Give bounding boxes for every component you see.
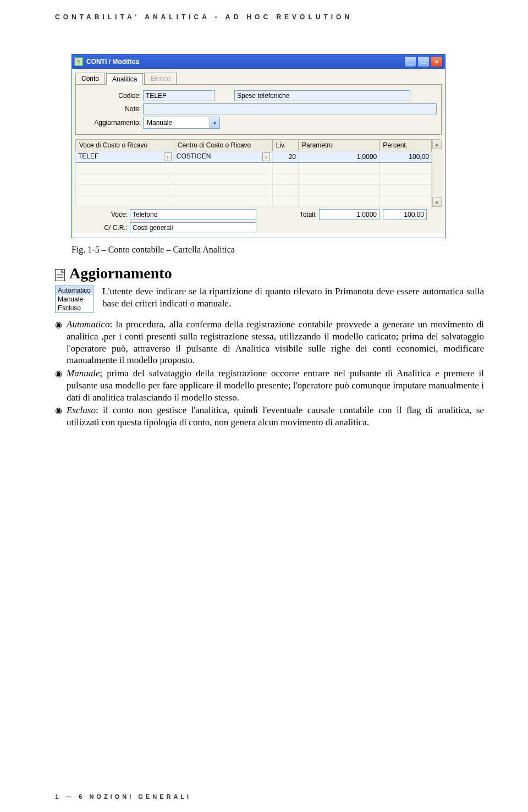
lookup-icon[interactable]: ›	[262, 152, 270, 161]
list-item[interactable]: Escluso	[56, 304, 93, 312]
col-liv[interactable]: Liv.	[272, 140, 298, 151]
bullet-icon: ◉	[55, 369, 62, 404]
col-voce[interactable]: Voce di Costo o Ricavo	[76, 140, 174, 151]
bullet-icon: ◉	[55, 320, 62, 367]
grid-row[interactable]	[76, 174, 432, 185]
grid-row[interactable]	[76, 185, 432, 196]
field-codice-desc[interactable]: Spese telefoniche	[234, 90, 410, 101]
cell-param: 1,0000	[299, 151, 380, 163]
titlebar: ≡ CONTI / Modifica _ □ ×	[72, 54, 445, 69]
scroll-up-icon[interactable]: ▴	[432, 139, 442, 149]
document-icon	[55, 269, 65, 281]
col-centro[interactable]: Centro di Costo o Ricavo	[174, 140, 272, 151]
field-tot-param: 1,0000	[319, 209, 380, 220]
combo-aggiornamento-value: Manuale	[144, 119, 210, 127]
cell-liv: 20	[272, 151, 298, 163]
col-param[interactable]: Parametro	[299, 140, 380, 151]
label-aggiornamento: Aggiornamento:	[80, 119, 141, 127]
bullet-text: Manuale; prima del salvataggio della reg…	[67, 367, 484, 403]
bullet-icon: ◉	[55, 405, 62, 430]
label-ccr: C/ C.R.:	[75, 224, 128, 232]
figure-caption: Fig. 1-5 – Conto contabile – Cartella An…	[72, 245, 484, 255]
scroll-down-icon[interactable]: ▾	[432, 197, 442, 207]
combo-aggiornamento[interactable]: Manuale ▾	[143, 117, 220, 129]
aggiornamento-listbox[interactable]: Automatico Manuale Escluso	[55, 286, 94, 313]
intro-paragraph: L'utente deve indicare se la ripartizion…	[102, 286, 484, 310]
cell-voce: TELEF	[78, 152, 98, 160]
field-tot-percent: 100,00	[383, 209, 427, 220]
window-conti-modifica: ≡ CONTI / Modifica _ □ × Conto Analitica…	[72, 54, 446, 238]
bullet-text: Automatico: la procedura, alla conferma …	[67, 319, 484, 366]
col-percent[interactable]: Percent.	[380, 140, 432, 151]
close-button[interactable]: ×	[431, 56, 443, 67]
field-codice[interactable]: TELEF	[143, 90, 215, 101]
list-item[interactable]: Automatico	[56, 286, 93, 295]
tab-analitica[interactable]: Analitica	[106, 73, 143, 85]
grid-row[interactable]	[76, 196, 432, 207]
page-footer: 1 — 6 NOZIONI GENERALI	[55, 793, 191, 800]
field-note[interactable]	[143, 103, 437, 114]
grid-ripartizione[interactable]: Voce di Costo o Ricavo Centro di Costo o…	[75, 139, 432, 207]
window-icon: ≡	[74, 57, 83, 66]
section-title: Aggiornamento	[69, 265, 172, 282]
label-codice: Codice:	[80, 92, 141, 100]
minimize-button[interactable]: _	[404, 56, 416, 67]
window-title: CONTI / Modifica	[86, 58, 404, 65]
label-totali: Totali:	[256, 211, 317, 218]
tab-conto[interactable]: Conto	[75, 73, 105, 84]
label-voce: Voce:	[75, 211, 128, 218]
cell-percent: 100,00	[380, 151, 432, 163]
grid-row[interactable]	[76, 163, 432, 174]
field-ccr[interactable]: Costi generali	[130, 222, 256, 233]
maximize-button[interactable]: □	[417, 56, 430, 67]
grid-row[interactable]: TELEF › COSTIGEN › 20 1,0000 100,00	[76, 151, 432, 163]
bullet-list: ◉ Automatico: la procedura, alla conferm…	[55, 319, 484, 429]
page-header: CONTABILITA' ANALITICA - AD HOC REVOLUTI…	[55, 13, 484, 21]
lookup-icon[interactable]: ›	[164, 152, 172, 161]
tab-elenco[interactable]: Elenco	[144, 73, 177, 84]
list-item[interactable]: Manuale	[56, 295, 93, 304]
field-voce[interactable]: Telefono	[130, 209, 256, 220]
cell-centro: COSTIGEN	[177, 152, 211, 160]
bullet-text: Escluso: il conto non gestisce l'analiti…	[67, 404, 484, 429]
label-note: Note:	[80, 105, 141, 113]
chevron-down-icon[interactable]: ▾	[210, 117, 219, 128]
grid-scrollbar[interactable]: ▴ ▾	[432, 139, 442, 207]
